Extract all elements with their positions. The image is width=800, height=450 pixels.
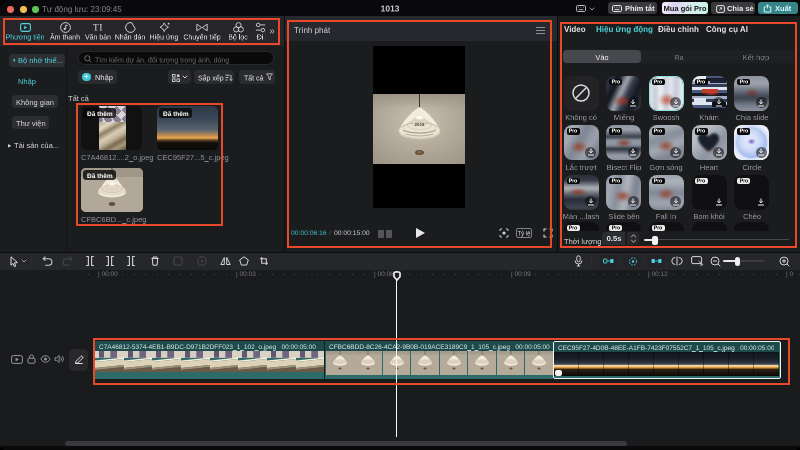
svg-text:2018: 2018 bbox=[415, 121, 425, 126]
